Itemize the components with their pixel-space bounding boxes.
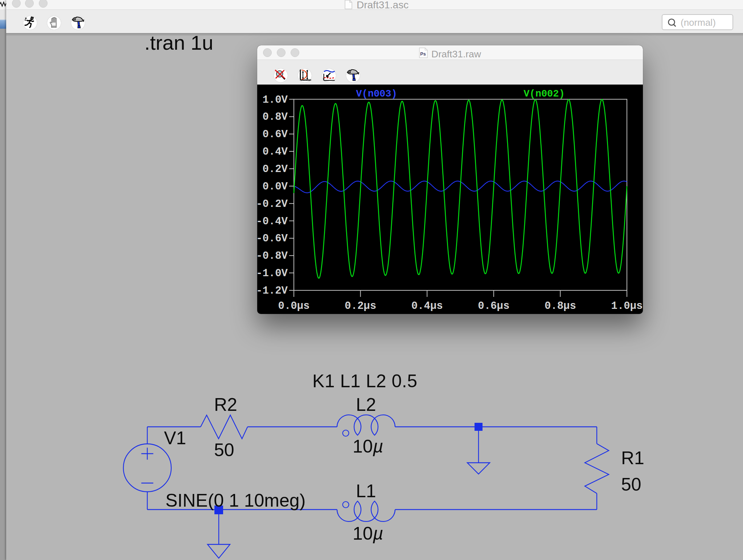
svg-text:10µ: 10µ xyxy=(353,436,383,457)
svg-text:50: 50 xyxy=(621,474,641,495)
svg-text:L1: L1 xyxy=(356,481,376,501)
svg-text:SINE(0 1 10meg): SINE(0 1 10meg) xyxy=(165,490,305,511)
svg-text:K1 L1 L2 0.5: K1 L1 L2 0.5 xyxy=(312,371,418,391)
svg-text:R2: R2 xyxy=(214,395,237,415)
svg-text:Ps: Ps xyxy=(420,52,426,57)
svg-text:10µ: 10µ xyxy=(353,523,383,544)
svg-text:50: 50 xyxy=(214,440,234,460)
svg-text:V1: V1 xyxy=(164,428,186,448)
svg-text:R1: R1 xyxy=(621,448,644,468)
svg-text:L2: L2 xyxy=(356,395,376,415)
